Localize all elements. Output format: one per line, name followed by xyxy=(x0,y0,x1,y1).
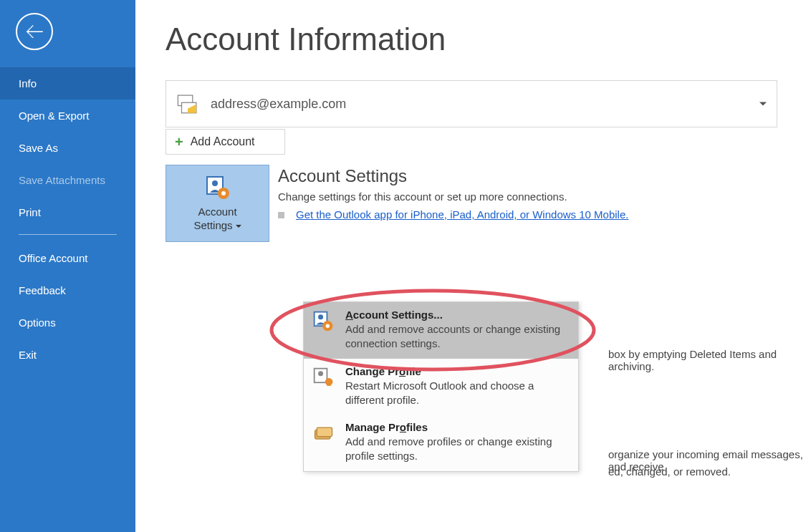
sidebar-item-save-as[interactable]: Save As xyxy=(0,132,135,164)
account-settings-item-icon xyxy=(312,310,338,336)
account-settings-desc: Change settings for this account or set … xyxy=(278,190,628,203)
dropdown-item-title: Manage Profiles xyxy=(345,421,570,433)
account-settings-heading: Account Settings xyxy=(278,166,628,186)
svg-rect-15 xyxy=(317,427,332,436)
dropdown-item-change-profile[interactable]: Change Profile Restart Microsoft Outlook… xyxy=(304,359,578,415)
sidebar-item-office-account[interactable]: Office Account xyxy=(0,242,135,274)
add-account-button[interactable]: + Add Account xyxy=(165,129,285,155)
bullet-icon xyxy=(278,212,284,218)
svg-point-4 xyxy=(212,180,218,186)
backstage-sidebar: 🡠 Info Open & Export Save As Save Attach… xyxy=(0,0,135,532)
dropdown-item-title: Change Profile xyxy=(345,365,570,377)
account-settings-icon xyxy=(205,175,231,200)
dropdown-item-title: Account Settings... xyxy=(345,309,570,321)
dropdown-item-desc: Add and remove accounts or change existi… xyxy=(345,322,570,352)
sidebar-divider xyxy=(19,234,117,235)
sidebar-item-options[interactable]: Options xyxy=(0,306,135,339)
get-outlook-app-link[interactable]: Get the Outlook app for iPhone, iPad, An… xyxy=(296,208,628,221)
svg-point-12 xyxy=(318,371,323,376)
sidebar-item-print[interactable]: Print xyxy=(0,196,135,228)
account-icon xyxy=(173,90,202,118)
sidebar-item-exit[interactable]: Exit xyxy=(0,339,135,371)
svg-point-10 xyxy=(326,324,330,328)
change-profile-icon xyxy=(312,367,338,392)
chevron-down-icon xyxy=(236,225,241,228)
rules-desc-tail-2: ed, changed, or removed. xyxy=(608,465,731,478)
sidebar-item-feedback[interactable]: Feedback xyxy=(0,274,135,306)
account-settings-button-label: Account Settings xyxy=(193,205,241,233)
dropdown-item-account-settings[interactable]: Account Settings... Add and remove accou… xyxy=(304,302,578,359)
account-selector[interactable]: address@example.com xyxy=(165,80,777,127)
svg-point-6 xyxy=(221,191,226,195)
back-arrow-icon: 🡠 xyxy=(25,22,44,41)
main-pane: Account Information address@example.com … xyxy=(135,0,811,532)
sidebar-item-info[interactable]: Info xyxy=(0,67,135,100)
account-settings-dropdown-button[interactable]: Account Settings xyxy=(165,165,269,242)
sidebar-item-open-export[interactable]: Open & Export xyxy=(0,100,135,132)
mailbox-settings-desc-tail: box by emptying Deleted Items and archiv… xyxy=(608,348,811,372)
svg-point-8 xyxy=(318,314,323,319)
manage-profiles-icon xyxy=(312,422,338,448)
chevron-down-icon xyxy=(759,102,767,106)
dropdown-item-manage-profiles[interactable]: Manage Profiles Add and remove profiles … xyxy=(304,415,578,471)
account-settings-dropdown: Account Settings... Add and remove accou… xyxy=(303,301,579,472)
page-title: Account Information xyxy=(165,21,797,57)
back-button[interactable]: 🡠 xyxy=(16,13,53,50)
dropdown-item-desc: Add and remove profiles or change existi… xyxy=(345,435,570,464)
plus-icon: + xyxy=(175,134,183,150)
dropdown-item-desc: Restart Microsoft Outlook and choose a d… xyxy=(345,379,570,408)
account-email: address@example.com xyxy=(211,97,346,112)
add-account-label: Add Account xyxy=(191,135,255,148)
sidebar-item-save-attachments: Save Attachments xyxy=(0,164,135,196)
